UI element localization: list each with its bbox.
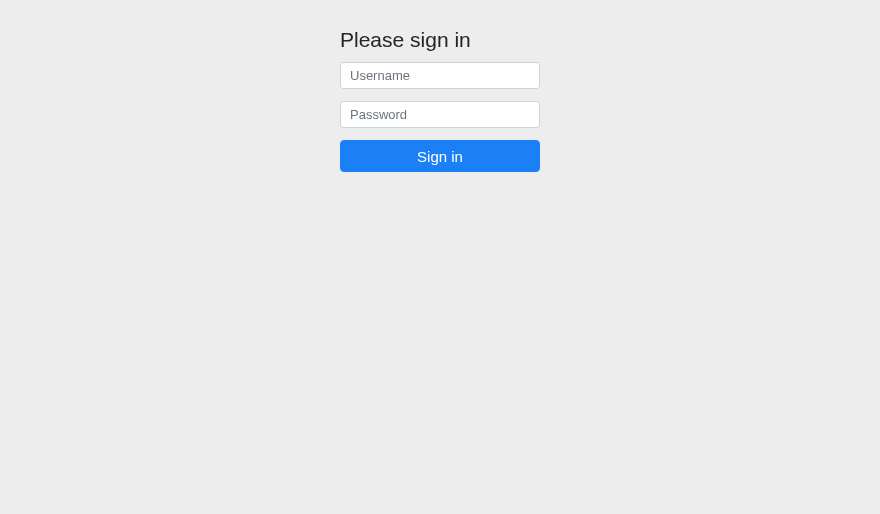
username-input[interactable]	[340, 62, 540, 89]
login-form: Please sign in Sign in	[340, 28, 540, 514]
login-heading: Please sign in	[340, 28, 540, 52]
signin-button[interactable]: Sign in	[340, 140, 540, 172]
password-input[interactable]	[340, 101, 540, 128]
